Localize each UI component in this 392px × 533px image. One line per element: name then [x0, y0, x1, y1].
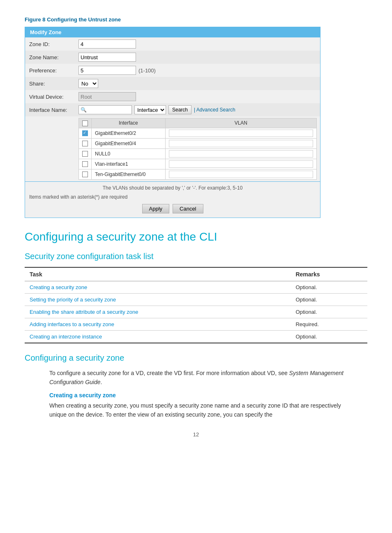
share-label: Share:	[29, 79, 78, 87]
row-vlan-cell	[165, 128, 316, 138]
row-checkbox-cell	[79, 148, 92, 159]
task-cell: Adding interfaces to a security zone	[25, 318, 291, 330]
zone-name-input[interactable]	[78, 53, 136, 62]
row-vlan-cell	[165, 169, 316, 179]
page-number: 12	[25, 431, 367, 438]
section1-subtitle: Security zone configuration task list	[25, 252, 367, 261]
row-vlan-input[interactable]	[169, 130, 313, 137]
task-table-row: Creating an interzone instance Optional.	[25, 330, 367, 343]
task-cell: Setting the priority of a security zone	[25, 293, 291, 306]
task-link[interactable]: Adding interfaces to a security zone	[30, 321, 114, 327]
subsection-title: Creating a security zone	[25, 392, 367, 399]
select-all-checkbox[interactable]	[82, 121, 88, 126]
preference-row: Preference: (1-100)	[25, 64, 320, 77]
remarks-cell: Optional.	[291, 281, 367, 293]
row-vlan-cell	[165, 148, 316, 159]
body-italic: System Management Configuration Guide	[49, 370, 344, 385]
zone-name-label: Zone Name:	[29, 53, 78, 60]
task-cell: Creating an interzone instance	[25, 330, 291, 343]
apply-button[interactable]: Apply	[142, 204, 170, 213]
interface-table-row: GigabitEthernet0/2	[79, 128, 317, 138]
task-cell: Enabling the share attribute of a securi…	[25, 306, 291, 318]
task-table-row: Setting the priority of a security zone …	[25, 293, 367, 306]
search-button[interactable]: Search	[168, 105, 191, 114]
task-cell: Creating a security zone	[25, 281, 291, 293]
section2-title: Configuring a security zone	[25, 353, 367, 363]
row-vlan-input[interactable]	[169, 171, 313, 178]
row-checkbox-cell	[79, 138, 92, 148]
zone-id-field	[78, 39, 316, 49]
task-table-row: Creating a security zone Optional.	[25, 281, 367, 293]
zone-name-field	[78, 53, 316, 62]
task-table-row: Adding interfaces to a security zone Req…	[25, 318, 367, 330]
row-checkbox[interactable]	[82, 141, 88, 146]
row-checkbox[interactable]	[82, 130, 88, 136]
interface-search-input[interactable]	[88, 107, 129, 113]
interface-table-row: GigabitEthernet0/4	[79, 138, 317, 148]
interface-name-label: Interface Name:	[29, 105, 78, 113]
row-checkbox[interactable]	[82, 151, 88, 157]
task-link[interactable]: Setting the priority of a security zone	[30, 297, 116, 303]
zone-id-input[interactable]	[78, 39, 136, 49]
interface-table-row: NULL0	[79, 148, 317, 159]
row-checkbox[interactable]	[82, 171, 88, 177]
remarks-cell: Optional.	[291, 306, 367, 318]
virtual-device-row: Virtual Device:	[25, 90, 320, 103]
row-checkbox-cell	[79, 169, 92, 179]
cancel-button[interactable]: Cancel	[173, 204, 203, 213]
remarks-cell: Required.	[291, 318, 367, 330]
remarks-cell: Optional.	[291, 330, 367, 343]
form-body: Zone ID: Zone Name: Preference: (1-100) …	[25, 37, 320, 218]
virtual-device-label: Virtual Device:	[29, 92, 78, 100]
search-icon: 🔍	[81, 107, 87, 113]
interface-type-select[interactable]: Interface	[134, 105, 166, 114]
virtual-device-input[interactable]	[78, 92, 136, 101]
row-interface-name: Ten-GigabitEthernet0/0	[92, 169, 166, 179]
subsection-body: When creating a security zone, you must …	[25, 401, 367, 419]
remarks-col-header: Remarks	[291, 267, 367, 281]
row-interface-name: NULL0	[92, 148, 166, 159]
panel-header: Modify Zone	[25, 27, 320, 37]
row-interface-name: GigabitEthernet0/4	[92, 138, 166, 148]
zone-id-label: Zone ID:	[29, 39, 78, 47]
vlan-note: The VLANs should be separated by ',' or …	[25, 181, 320, 192]
remarks-cell: Optional.	[291, 293, 367, 306]
required-note: Items marked with an asterisk(*) are req…	[25, 192, 320, 202]
row-vlan-input[interactable]	[169, 150, 313, 158]
interface-table-section: Interface VLAN GigabitEthernet0/2 Gigabi…	[25, 116, 320, 181]
task-table-row: Enabling the share attribute of a securi…	[25, 306, 367, 318]
row-vlan-cell	[165, 138, 316, 148]
interface-table: Interface VLAN GigabitEthernet0/2 Gigabi…	[78, 118, 317, 180]
virtual-device-field	[78, 92, 316, 101]
preference-field: (1-100)	[78, 66, 316, 75]
row-checkbox[interactable]	[82, 161, 88, 167]
row-interface-name: Vlan-interface1	[92, 159, 166, 169]
row-checkbox-cell	[79, 128, 92, 138]
preference-label: Preference:	[29, 66, 78, 74]
share-row: Share: No Yes	[25, 77, 320, 90]
preference-input[interactable]	[78, 66, 136, 75]
task-col-header: Task	[25, 267, 291, 281]
zone-id-row: Zone ID:	[25, 37, 320, 51]
section2-body: To configure a security zone for a VD, c…	[25, 368, 367, 387]
col-interface-header: Interface	[92, 118, 166, 128]
task-link[interactable]: Creating an interzone instance	[30, 334, 102, 340]
share-field: No Yes	[78, 79, 316, 88]
task-link[interactable]: Creating a security zone	[30, 284, 87, 290]
preference-hint: (1-100)	[138, 67, 156, 74]
task-link[interactable]: Enabling the share attribute of a securi…	[30, 309, 138, 315]
interface-table-row: Vlan-interface1	[79, 159, 317, 169]
search-input-wrap: 🔍	[78, 105, 132, 114]
modify-zone-panel: Modify Zone Zone ID: Zone Name: Preferen…	[25, 27, 321, 218]
zone-name-row: Zone Name:	[25, 51, 320, 64]
section1-title: Configuring a security zone at the CLI	[25, 230, 367, 243]
col-vlan-header: VLAN	[165, 118, 316, 128]
advanced-search-link[interactable]: | Advanced Search	[194, 107, 235, 113]
share-select[interactable]: No Yes	[78, 79, 98, 88]
interface-table-row: Ten-GigabitEthernet0/0	[79, 169, 317, 179]
row-interface-name: GigabitEthernet0/2	[92, 128, 166, 138]
col-checkbox-header	[79, 118, 92, 128]
row-vlan-input[interactable]	[169, 160, 313, 168]
task-table: Task Remarks Creating a security zone Op…	[25, 267, 367, 343]
row-vlan-input[interactable]	[169, 140, 313, 147]
